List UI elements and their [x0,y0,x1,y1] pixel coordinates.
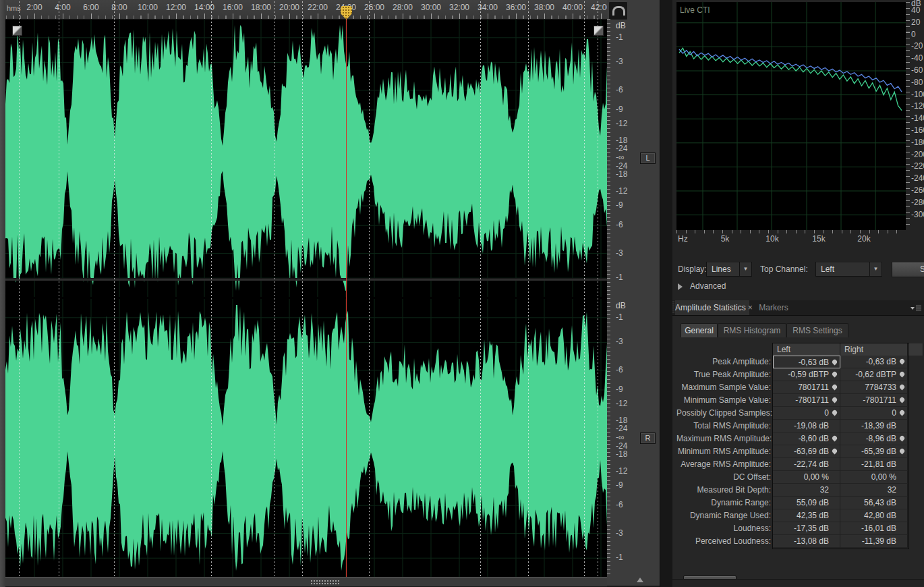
ruler-tick-label: 30:00 [416,3,446,12]
ruler-major-tick [176,13,177,19]
stat-cell-right[interactable]: 7784733 [840,381,908,394]
pin-icon[interactable] [832,448,838,455]
stat-cell-right[interactable]: -16,01 dB [840,522,908,535]
stat-cell-right[interactable]: -0,62 dBTP [840,368,908,381]
stat-cell-left[interactable]: -19,08 dB [773,420,840,432]
selection-handle-right[interactable] [594,26,604,36]
stat-cell-right[interactable]: 0,00 % [840,471,908,484]
ruler-tick-label: 12:00 [161,3,191,12]
advanced-label[interactable]: Advanced [690,281,726,291]
stat-cell-right[interactable]: -0,63 dB [840,356,908,368]
ruler-tick-label: 28:00 [388,3,417,12]
stat-value: -17,35 dB [794,524,829,533]
stat-cell-left[interactable]: 32 [773,484,840,497]
panel-menu-icon[interactable] [911,306,921,312]
stat-cell-left[interactable]: -8,60 dB [773,432,840,445]
pin-icon[interactable] [832,371,838,378]
stat-cell-left[interactable]: -0,59 dBTP [773,368,840,381]
db-scale-label: -∞ [616,152,625,162]
stat-cell-left[interactable]: 0,00 % [773,471,840,484]
stat-cell-right[interactable]: -7801711 [840,394,908,407]
stat-cell-left[interactable]: 42,35 dB [773,509,840,522]
stat-value: 7784733 [865,383,896,392]
stat-cell-right[interactable]: -18,39 dB [840,420,908,432]
pin-icon[interactable] [899,371,906,378]
scrollbar-grip[interactable] [310,580,340,584]
stat-cell-left[interactable]: 7801711 [773,381,840,394]
stat-cell-left[interactable]: -22,74 dB [773,458,840,471]
stat-cell-right[interactable]: 0 [840,407,908,420]
pin-icon[interactable] [832,384,838,391]
pin-icon[interactable] [832,397,838,403]
spectrum-x-label: 10k [766,234,778,244]
waveform-right-channel[interactable] [5,299,607,577]
channel-button-right[interactable]: R [640,432,656,444]
db-scale-label: -9 [616,200,623,210]
stat-cell-right[interactable]: -21,81 dB [840,458,908,471]
waveform-left-channel[interactable] [5,19,607,297]
pin-icon[interactable] [899,435,906,442]
headphones-icon [612,6,625,16]
spectrum-y-label: -120 [911,101,924,111]
stat-cell-right[interactable]: -8,96 dB [840,432,908,445]
stat-cell-right[interactable]: 32 [840,484,908,497]
ruler-major-tick [573,13,573,19]
stat-cell-left[interactable]: -63,69 dB [773,445,840,458]
display-dropdown[interactable]: Lines ▼ [706,262,752,277]
stat-cell-left[interactable]: -7801711 [773,394,840,407]
stat-value: 7801711 [798,383,829,392]
spectrum-chart[interactable] [676,2,906,230]
timeline-ruler[interactable]: hms 2:004:006:008:0010:0012:0014:0016:00… [5,0,607,20]
channel-divider[interactable] [5,278,607,281]
selection-handle-left[interactable] [12,26,22,36]
pin-icon[interactable] [832,410,838,416]
pin-icon[interactable] [832,435,838,442]
ruler-tick-label: 20:00 [275,3,304,12]
waveform-editor[interactable]: hms 2:004:006:008:0010:0012:0014:0016:00… [5,0,607,586]
horizontal-scrollbar[interactable] [5,577,607,586]
pin-icon[interactable] [899,384,906,391]
ruler-major-tick [318,13,318,19]
pin-icon[interactable] [832,359,838,366]
tab-amplitude-statistics[interactable]: Amplitude Statistics× [675,300,749,315]
panel-grip[interactable] [672,302,674,314]
ruler-tick-label: 32:00 [444,3,474,12]
table-header-extra[interactable] [908,343,923,356]
pin-icon[interactable] [899,397,906,403]
stat-cell-left[interactable]: 55,09 dB [773,497,840,509]
pin-icon[interactable] [899,410,906,416]
spectrum-svg [676,2,906,230]
stat-cell-right[interactable]: -11,39 dB [840,535,908,548]
ruler-tick-label: 2:00 [20,3,49,12]
scan-button[interactable]: S [892,262,924,277]
pin-icon[interactable] [899,448,906,455]
tab-markers[interactable]: Markers [751,300,797,315]
stat-value: -7801711 [863,395,896,405]
monitor-button[interactable] [608,1,628,20]
stat-cell-right[interactable]: 56,43 dB [840,497,908,509]
stat-row-label: Dynamic Range: [676,498,771,507]
pin-icon[interactable] [899,358,906,365]
ruler-tick-label: 38:00 [529,3,559,12]
table-header-left[interactable]: Left [773,343,840,356]
top-channel-dropdown[interactable]: Left ▼ [815,262,882,277]
table-header-right[interactable]: Right [840,343,908,356]
stat-cell-left[interactable]: -17,35 dB [773,522,840,535]
scroll-up-icon[interactable] [637,578,643,582]
advanced-disclosure-icon[interactable] [678,283,683,290]
db-scale-label: -24 [616,424,627,433]
stat-cell-left[interactable]: -13,08 dB [773,535,840,548]
chevron-down-icon: ▼ [739,262,751,276]
spectrum-y-label: -20 [911,41,923,51]
spectrum-x-label: 20k [857,234,870,244]
stat-cell-right[interactable]: 42,80 dB [840,509,908,522]
stat-value: 32 [888,485,896,495]
stat-value: -22,74 dB [794,459,829,469]
stat-cell-left[interactable]: 0 [773,407,840,420]
db-scale-gutter[interactable]: dB dB L R -1-3-6-9-12-18-24-∞-24-18-12-9… [607,0,660,586]
stat-cell-right[interactable]: -65,39 dB [840,445,908,458]
panel-separator[interactable] [660,0,673,587]
waveform-canvas[interactable] [5,19,607,577]
stat-cell-left[interactable]: -0,63 dB [773,356,840,368]
channel-button-left[interactable]: L [640,152,656,164]
